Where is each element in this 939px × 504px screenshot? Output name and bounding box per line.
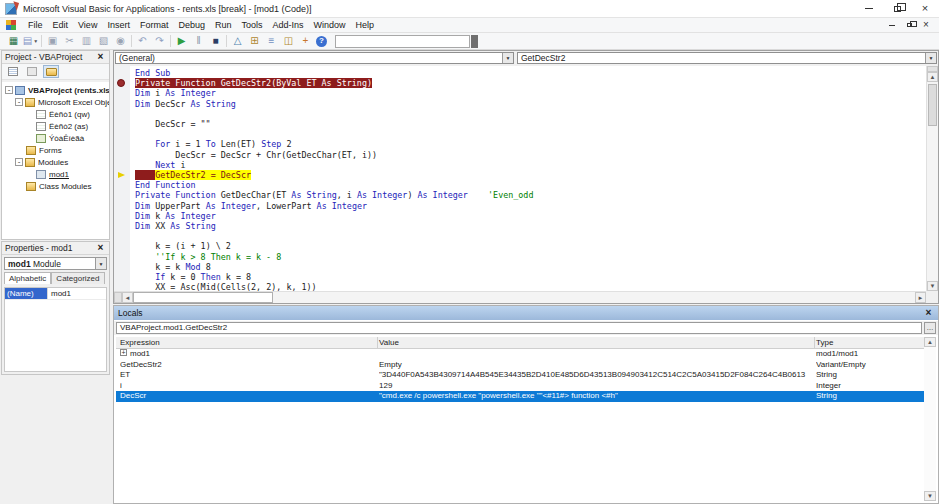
child-close-button[interactable] — [919, 20, 933, 31]
locals-row-getdecstr2[interactable]: GetDecStr2EmptyVariant/Empty — [116, 360, 924, 371]
design-mode-icon[interactable]: △ — [229, 34, 246, 49]
locals-row-i[interactable]: i129Integer — [116, 381, 924, 392]
value-cell: "cmd.exe /c powershell.exe "powershell.e… — [379, 391, 813, 402]
help-icon[interactable]: ? — [314, 34, 329, 49]
scroll-up-icon[interactable] — [924, 337, 936, 347]
cut-icon: ✂ — [65, 36, 73, 46]
tree-item-class-modules[interactable]: Class Modules — [2, 180, 109, 192]
view-code-button[interactable] — [5, 65, 21, 78]
tree-item-2-as[interactable]: Ëèñò2 (as) — [2, 120, 109, 132]
run-icon[interactable]: ▶ — [173, 34, 190, 49]
tree-item-1-qw[interactable]: Ëèñò1 (qw) — [2, 108, 109, 120]
project-close-icon[interactable] — [95, 52, 106, 63]
view-object-button[interactable] — [24, 65, 40, 78]
scroll-thumb[interactable] — [133, 292, 273, 303]
scrollbar-corner — [926, 291, 938, 303]
locals-titlebar[interactable]: Locals — [114, 306, 938, 320]
tree-item-forms[interactable]: Forms — [2, 144, 109, 156]
properties-window-icon[interactable]: ≡ — [263, 34, 280, 49]
scroll-down-icon[interactable] — [924, 491, 936, 501]
reset-icon[interactable]: ■ — [207, 34, 224, 49]
code-line: End Sub — [114, 68, 926, 78]
child-restore-button[interactable] — [902, 20, 916, 31]
locals-scrollbar[interactable] — [924, 337, 936, 501]
call-stack-button[interactable]: … — [924, 322, 936, 334]
chevron-down-icon[interactable] — [502, 53, 513, 63]
tree-expander-icon[interactable]: - — [15, 158, 23, 166]
tree-item-[interactable]: ÝòàÊíèãà — [2, 132, 109, 144]
breakpoint-icon[interactable] — [117, 79, 125, 87]
menu-edit[interactable]: Edit — [48, 19, 74, 31]
code-vertical-scrollbar[interactable] — [926, 66, 938, 291]
menu-file[interactable]: File — [23, 19, 48, 31]
code-horizontal-scrollbar[interactable] — [114, 291, 926, 303]
scroll-left-icon[interactable] — [122, 292, 133, 303]
find-icon[interactable]: ◉ — [112, 34, 129, 49]
toolbar-icons: ▦▤▼▣✂▥▧◉↶↷▶‖■△⊞≡◫+? — [5, 34, 329, 49]
menu-format[interactable]: Format — [135, 19, 174, 31]
menu-tools[interactable]: Tools — [236, 19, 267, 31]
paste-icon[interactable]: ▧ — [95, 34, 112, 49]
minimize-button[interactable] — [855, 0, 883, 17]
tree-item-vbaproject-rents-xls[interactable]: -VBAProject (rents.xls) — [2, 84, 109, 96]
properties-object-select[interactable]: mod1 Module — [4, 257, 107, 270]
menu-insert[interactable]: Insert — [102, 19, 135, 31]
procedure-dropdown[interactable]: GetDecStr2 — [517, 52, 937, 64]
restore-button[interactable] — [883, 0, 911, 17]
code-editor[interactable]: End SubPrivate Function GetDecStr2(ByVal… — [114, 66, 926, 291]
cut-icon[interactable]: ✂ — [61, 34, 78, 49]
child-minimize-button[interactable] — [885, 20, 899, 31]
locals-row-decscr[interactable]: DecScr"cmd.exe /c powershell.exe "powers… — [116, 391, 924, 402]
type-cell: String — [816, 370, 922, 381]
break-icon[interactable]: ‖ — [190, 34, 207, 49]
title-bar: Microsoft Visual Basic for Applications … — [0, 0, 939, 18]
tree-expander-icon[interactable]: - — [15, 98, 23, 106]
split-handle[interactable] — [114, 292, 122, 303]
toolbox-icon[interactable]: + — [297, 34, 314, 49]
save-icon[interactable]: ▣ — [44, 34, 61, 49]
tree-item-microsoft-excel-objects[interactable]: -Microsoft Excel Objects — [2, 96, 109, 108]
copy-icon[interactable]: ▥ — [78, 34, 95, 49]
tree-item-modules[interactable]: -Modules — [2, 156, 109, 168]
scroll-track[interactable] — [273, 292, 915, 303]
chevron-down-icon[interactable] — [95, 258, 106, 269]
expand-icon[interactable]: + — [120, 349, 127, 356]
help-icon: ? — [316, 36, 327, 47]
toggle-folders-button[interactable] — [43, 65, 59, 78]
tab-categorized[interactable]: Categorized — [51, 272, 104, 284]
object-browser-icon[interactable]: ◫ — [280, 34, 297, 49]
menu-debug[interactable]: Debug — [173, 19, 210, 31]
code-line: ''If k > 8 Then k = k - 8 — [114, 252, 926, 262]
menu-addins[interactable]: Add-Ins — [267, 19, 308, 31]
toolbar-separator — [131, 35, 132, 47]
locals-close-icon[interactable] — [923, 308, 934, 319]
redo-icon[interactable]: ↷ — [151, 34, 168, 49]
chevron-down-icon[interactable] — [925, 53, 936, 63]
tree-expander-icon[interactable]: - — [5, 86, 13, 94]
menu-window[interactable]: Window — [309, 19, 351, 31]
locals-row-mod1[interactable]: +mod1mod1/mod1 — [116, 349, 924, 360]
scroll-right-icon[interactable] — [915, 292, 926, 303]
scroll-thumb[interactable] — [928, 84, 937, 126]
tree-item-mod1[interactable]: mod1 — [2, 168, 109, 180]
insert-userform-icon[interactable]: ▤▼ — [22, 34, 39, 49]
property-value[interactable]: mod1 — [47, 288, 106, 299]
property-name[interactable]: (Name) — [5, 288, 47, 299]
locals-row-et[interactable]: ET"3D440F0A543B4309714A4B545E34435B2D410… — [116, 370, 924, 381]
code-line: DecScr = DecScr + Chr(GetDecChar(ET, i)) — [114, 150, 926, 160]
scroll-up-icon[interactable] — [927, 72, 938, 82]
menu-help[interactable]: Help — [351, 19, 380, 31]
undo-icon[interactable]: ↶ — [134, 34, 151, 49]
tab-alphabetic[interactable]: Alphabetic — [4, 272, 51, 284]
menu-view[interactable]: View — [73, 19, 102, 31]
properties-close-icon[interactable] — [95, 243, 106, 254]
current-statement-icon[interactable] — [118, 172, 125, 178]
project-explorer-icon[interactable]: ⊞ — [246, 34, 263, 49]
view-microsoft-excel-icon[interactable]: ▦ — [5, 34, 22, 49]
project-icon — [15, 86, 25, 95]
properties-grid: (Name)mod1 — [4, 287, 107, 372]
scroll-down-icon[interactable] — [927, 281, 938, 291]
object-dropdown[interactable]: (General) — [115, 52, 514, 64]
menu-run[interactable]: Run — [210, 19, 237, 31]
close-button[interactable] — [911, 0, 939, 17]
